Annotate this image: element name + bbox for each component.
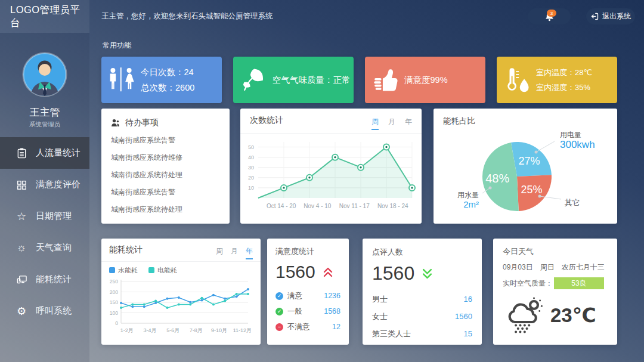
todo-item[interactable]: 城南街感应系统待处理 [111, 201, 220, 218]
todo-list: 城南街感应系统告警 城南街感应系统待维修 城南街感应系统待处理 城南街感应系统告… [111, 132, 220, 218]
sidebar-item-label: 能耗统计 [36, 274, 72, 285]
reviews-panel: 点评人数 1560 男士 16 女士 1560 第三类人士 15 [363, 239, 482, 345]
air-quality-row: 实时空气质量： 53良 [503, 277, 608, 289]
satisfaction-card: 满意度99% [365, 57, 485, 103]
svg-text:3-4月: 3-4月 [143, 327, 156, 333]
climate-card: 室内温度：28℃ 室内湿度：35% [497, 57, 617, 103]
visits-card: 今日次数：24 总次数：2600 [101, 57, 222, 103]
legend-water: 水能耗 [109, 266, 138, 275]
logout-button[interactable]: 退出系统 [586, 8, 635, 24]
air-quality-text: 空气气味质量：正常 [273, 75, 351, 86]
sidebar-item-people-flow[interactable]: 人流量统计 [0, 137, 89, 169]
visits-chart-tabs: 周 月 年 [371, 117, 412, 130]
stat-row-satisfied: ✓ 满意 1236 [275, 288, 340, 304]
reviews-title: 点评人数 [372, 247, 472, 258]
grid-icon [15, 178, 28, 191]
neutral-value: 1568 [324, 307, 340, 315]
air-quality-line: 空气气味质量：正常 [273, 75, 351, 86]
todo-item[interactable]: 城南街感应系统告警 [111, 184, 220, 201]
divider [240, 133, 422, 134]
temperature-value: 23℃ [550, 304, 596, 327]
sidebar-item-call[interactable]: ⚙ 呼叫系统 [0, 295, 89, 327]
todo-title: 待办事项 [125, 117, 159, 128]
sidebar-item-weather[interactable]: ☼ 天气查询 [0, 232, 89, 264]
dashboard-page: LOGO管理员平台 王主管，您好，欢迎您来到石头城智能公厕管理系统 3 退出系统 [0, 0, 644, 362]
stat-row-unsatisfied: − 不满意 12 [275, 319, 340, 335]
svg-text:250: 250 [110, 279, 118, 284]
sidebar-item-energy[interactable]: 能耗统计 [0, 264, 89, 295]
thermometer-icon [497, 66, 536, 94]
sidebar-item-label: 天气查询 [36, 242, 72, 253]
logout-label: 退出系统 [602, 11, 631, 21]
svg-text:1-2月: 1-2月 [120, 327, 134, 333]
svg-text:Nov 11 - 17: Nov 11 - 17 [339, 203, 370, 209]
other-label: 其它 [565, 197, 580, 208]
air-quality-card: 空气气味质量：正常 [233, 57, 354, 103]
svg-text:25%: 25% [521, 184, 542, 196]
check-circle-icon: ✓ [275, 292, 283, 300]
monitor-icon [15, 273, 28, 286]
satisfaction-total: 1560 [275, 262, 315, 282]
weather-panel: 今日天气 09月03日 周日 农历七月十三 实时空气质量： 53良 [493, 239, 617, 345]
tab-year[interactable]: 年 [405, 117, 412, 130]
star-icon: ☆ [15, 210, 28, 223]
female-value: 1560 [455, 312, 472, 321]
leaf-icon [233, 67, 273, 93]
pie-title: 能耗占比 [443, 116, 475, 126]
sidebar-item-label: 人流量统计 [36, 147, 80, 159]
male-value: 16 [464, 295, 472, 304]
satisfaction-rows: ✓ 满意 1236 ✓ 一般 1568 − 不满意 12 [275, 288, 340, 335]
tab-year[interactable]: 年 [246, 246, 253, 259]
weather-title: 今日天气 [503, 246, 608, 257]
sidebar-item-label: 日期管理 [36, 211, 72, 222]
visits-total: 总次数：2600 [141, 82, 194, 94]
notification-button[interactable]: 3 [528, 8, 571, 24]
third-value: 15 [464, 329, 472, 338]
app-logo: LOGO管理员平台 [0, 0, 89, 33]
weather-date-row: 09月03日 周日 农历七月十三 [503, 262, 608, 273]
svg-text:Nov 4 - 10: Nov 4 - 10 [304, 203, 332, 209]
svg-text:20: 20 [248, 175, 254, 181]
reviews-total-row: 1560 [372, 262, 472, 284]
visits-chart-panel: 次数统计 周 月 年 1020304050Oct 14 - 20Nov 4 - … [240, 109, 422, 224]
double-chevron-down-icon [422, 268, 433, 279]
restroom-icon [101, 66, 141, 94]
sidebar-item-satisfaction[interactable]: 满意度评价 [0, 169, 89, 200]
tab-month[interactable]: 月 [231, 246, 238, 259]
stat-row-female: 女士 1560 [372, 308, 472, 325]
todo-item[interactable]: 城南街感应系统待维修 [111, 149, 220, 166]
satisfaction-title: 满意度统计 [275, 246, 340, 257]
climate-card-text: 室内温度：28℃ 室内湿度：35% [536, 67, 592, 93]
energy-chart-title: 能耗统计 [109, 245, 143, 255]
tab-week[interactable]: 周 [216, 246, 223, 259]
energy-pie-panel: 能耗占比 27%25%48% 用电量 300kwh 其它 用水量 2m² [434, 109, 617, 224]
svg-text:11-12月: 11-12月 [233, 327, 252, 333]
svg-text:7-8月: 7-8月 [190, 327, 203, 333]
todo-header: 待办事项 [111, 117, 220, 128]
water-value: 2m² [442, 199, 479, 209]
tab-week[interactable]: 周 [371, 117, 379, 130]
check-circle-icon: ✓ [275, 308, 283, 315]
reviews-rows: 男士 16 女士 1560 第三类人士 15 [372, 290, 472, 342]
air-quality-label: 实时空气质量： [503, 279, 553, 289]
indoor-temperature: 室内温度：28℃ [536, 67, 592, 78]
snow-cloud-sun-icon [503, 296, 544, 333]
satisfaction-line: 满意度99% [404, 75, 448, 86]
unsatisfied-value: 12 [332, 323, 340, 331]
svg-text:40: 40 [248, 154, 254, 160]
todo-item[interactable]: 城南街感应系统待处理 [111, 166, 220, 184]
greeting-text: 王主管，您好，欢迎您来到石头城智能公厕管理系统 [101, 0, 273, 33]
satisfaction-total-row: 1560 [275, 262, 340, 282]
section-label: 常用功能 [103, 41, 131, 51]
svg-text:5-6月: 5-6月 [166, 327, 179, 333]
sidebar-item-date[interactable]: ☆ 日期管理 [0, 200, 89, 232]
satisfaction-panel: 满意度统计 1560 ✓ 满意 1236 ✓ 一般 1568 − 不满意 [267, 239, 349, 345]
todo-item[interactable]: 城南街感应系统告警 [111, 132, 220, 149]
svg-text:48%: 48% [485, 172, 509, 185]
svg-text:10: 10 [248, 185, 254, 191]
weather-lunar: 农历七月十三 [562, 262, 605, 273]
sidebar-item-label: 满意度评价 [36, 179, 80, 190]
sidebar-item-label: 呼叫系统 [36, 305, 72, 317]
svg-text:200: 200 [110, 289, 118, 295]
tab-month[interactable]: 月 [388, 117, 395, 130]
